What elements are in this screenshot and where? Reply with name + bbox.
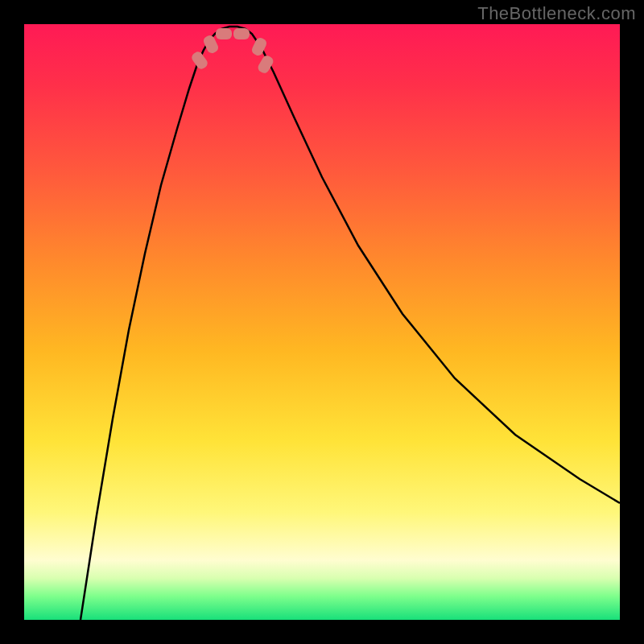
bottleneck-curve bbox=[24, 24, 620, 620]
valley-marker bbox=[216, 28, 232, 39]
watermark-text: TheBottleneck.com bbox=[477, 3, 636, 24]
curve-line bbox=[80, 27, 620, 620]
chart-plot-area bbox=[24, 24, 620, 620]
valley-marker bbox=[233, 28, 250, 39]
